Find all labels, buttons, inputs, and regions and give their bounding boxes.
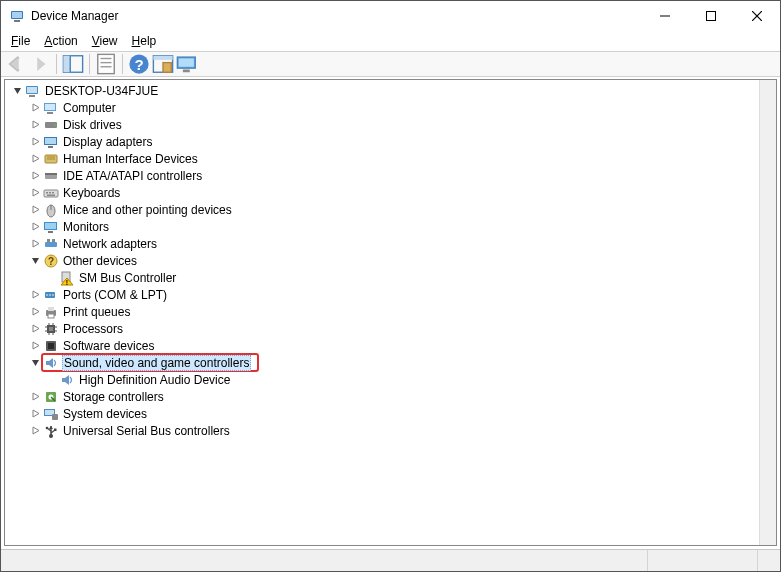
expander-icon[interactable] xyxy=(27,202,43,218)
expander-icon[interactable] xyxy=(27,389,43,405)
vertical-scrollbar[interactable] xyxy=(759,80,776,545)
tree-item-other-devices[interactable]: ? Other devices xyxy=(5,252,776,269)
expander-icon[interactable] xyxy=(27,338,43,354)
svg-rect-46 xyxy=(45,223,56,229)
computer-icon xyxy=(43,100,59,116)
tree-root[interactable]: DESKTOP-U34FJUE xyxy=(5,82,776,99)
tree-item-hd-audio[interactable]: High Definition Audio Device xyxy=(5,371,776,388)
svg-rect-47 xyxy=(48,231,53,233)
tree-item-sound[interactable]: Sound, video and game controllers xyxy=(5,354,776,371)
monitor-icon xyxy=(43,219,59,235)
expander-icon[interactable] xyxy=(27,134,43,150)
svg-rect-21 xyxy=(183,70,190,73)
toolbar-separator xyxy=(89,54,90,74)
expander-icon[interactable] xyxy=(27,117,43,133)
expander-icon[interactable] xyxy=(27,219,43,235)
expander-icon[interactable] xyxy=(27,423,43,439)
svg-point-57 xyxy=(49,294,51,296)
tree-item-software-devices[interactable]: Software devices xyxy=(5,337,776,354)
menu-help[interactable]: Help xyxy=(126,33,163,49)
tree-item-label: Ports (COM & LPT) xyxy=(63,288,167,302)
tree-item-keyboards[interactable]: Keyboards xyxy=(5,184,776,201)
tree-item-disk-drives[interactable]: Disk drives xyxy=(5,116,776,133)
menu-view[interactable]: View xyxy=(86,33,124,49)
svg-rect-39 xyxy=(46,192,48,194)
svg-text:!: ! xyxy=(66,278,68,285)
expander-icon[interactable] xyxy=(9,83,25,99)
svg-rect-42 xyxy=(47,194,55,196)
tree-item-monitors[interactable]: Monitors xyxy=(5,218,776,235)
expander-icon[interactable] xyxy=(27,321,43,337)
svg-rect-8 xyxy=(63,56,70,73)
expander-icon[interactable] xyxy=(27,287,43,303)
tree-item-computer[interactable]: Computer xyxy=(5,99,776,116)
toolbar-forward-button[interactable] xyxy=(29,53,51,75)
tree-item-ide[interactable]: IDE ATA/ATAPI controllers xyxy=(5,167,776,184)
toolbar-scan-button[interactable] xyxy=(152,53,174,75)
minimize-button[interactable] xyxy=(642,1,688,31)
toolbar-properties-button[interactable] xyxy=(95,53,117,75)
tree-item-system[interactable]: System devices xyxy=(5,405,776,422)
tree-item-label: Network adapters xyxy=(63,237,157,251)
tree-item-print-queues[interactable]: Print queues xyxy=(5,303,776,320)
svg-rect-27 xyxy=(47,112,53,114)
svg-rect-18 xyxy=(163,63,171,73)
status-cell xyxy=(648,550,758,571)
tree-item-storage[interactable]: Storage controllers xyxy=(5,388,776,405)
menu-file[interactable]: File xyxy=(5,33,36,49)
keyboard-icon xyxy=(43,185,59,201)
svg-rect-23 xyxy=(27,87,37,93)
highlight-annotation: Sound, video and game controllers xyxy=(41,353,259,372)
svg-rect-61 xyxy=(48,314,54,318)
toolbar-monitor-button[interactable] xyxy=(176,53,198,75)
tree-item-sm-bus[interactable]: ! SM Bus Controller xyxy=(5,269,776,286)
tree-item-network[interactable]: Network adapters xyxy=(5,235,776,252)
tree-item-display-adapters[interactable]: Display adapters xyxy=(5,133,776,150)
tree-item-label: Other devices xyxy=(63,254,137,268)
svg-rect-1 xyxy=(12,12,22,18)
svg-point-58 xyxy=(52,294,54,296)
expander-icon[interactable] xyxy=(27,100,43,116)
expander-icon[interactable] xyxy=(27,185,43,201)
svg-rect-78 xyxy=(52,414,58,420)
display-icon xyxy=(43,134,59,150)
system-icon xyxy=(43,406,59,422)
toolbar-help-button[interactable]: ? xyxy=(128,53,150,75)
other-devices-icon: ? xyxy=(43,253,59,269)
tree-item-label: IDE ATA/ATAPI controllers xyxy=(63,169,202,183)
close-button[interactable] xyxy=(734,1,780,31)
svg-rect-84 xyxy=(54,428,57,431)
menu-action[interactable]: Action xyxy=(38,33,83,49)
device-tree: DESKTOP-U34FJUE Computer Disk drives Dis… xyxy=(5,82,776,439)
tree-item-usb[interactable]: Universal Serial Bus controllers xyxy=(5,422,776,439)
svg-text:?: ? xyxy=(48,256,54,267)
tree-item-label: High Definition Audio Device xyxy=(79,373,230,387)
sound-icon xyxy=(59,372,75,388)
tree-item-processors[interactable]: Processors xyxy=(5,320,776,337)
tree-item-label: Monitors xyxy=(63,220,109,234)
expander-icon[interactable] xyxy=(27,253,43,269)
expander-icon[interactable] xyxy=(27,236,43,252)
expander-icon[interactable] xyxy=(27,304,43,320)
network-icon xyxy=(43,236,59,252)
expander-icon[interactable] xyxy=(27,168,43,184)
storage-icon xyxy=(43,389,59,405)
expander-icon[interactable] xyxy=(27,406,43,422)
svg-point-29 xyxy=(54,124,56,126)
tree-item-hid[interactable]: Human Interface Devices xyxy=(5,150,776,167)
maximize-button[interactable] xyxy=(688,1,734,31)
tree-item-ports[interactable]: Ports (COM & LPT) xyxy=(5,286,776,303)
mouse-icon xyxy=(43,202,59,218)
printer-icon xyxy=(43,304,59,320)
svg-rect-31 xyxy=(45,138,56,144)
toolbar-back-button[interactable] xyxy=(5,53,27,75)
expander-icon[interactable] xyxy=(27,151,43,167)
tree-item-label: Sound, video and game controllers xyxy=(62,355,251,371)
svg-rect-41 xyxy=(52,192,54,194)
toolbar-separator xyxy=(56,54,57,74)
tree-item-label: Storage controllers xyxy=(63,390,164,404)
tree-item-mice[interactable]: Mice and other pointing devices xyxy=(5,201,776,218)
status-cell xyxy=(758,550,780,571)
device-tree-pane[interactable]: DESKTOP-U34FJUE Computer Disk drives Dis… xyxy=(4,79,777,546)
toolbar-show-hide-tree-button[interactable] xyxy=(62,53,84,75)
